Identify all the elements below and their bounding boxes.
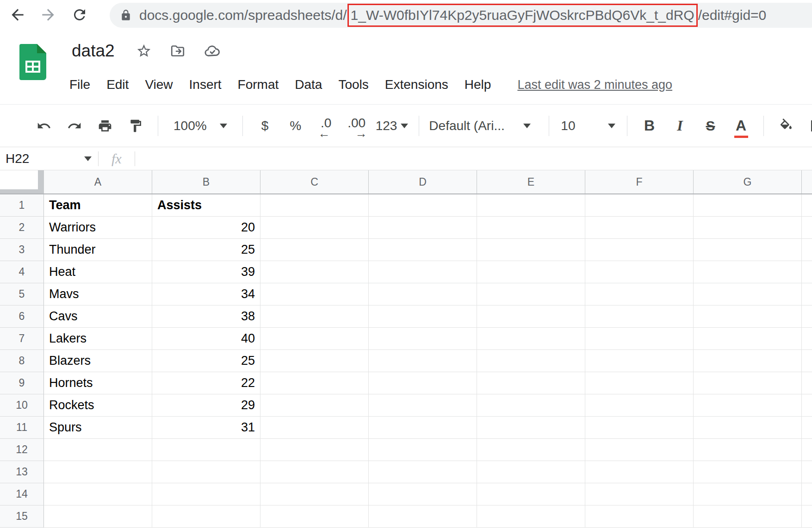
number-format-button[interactable]: 123 bbox=[372, 118, 412, 133]
cell-F5[interactable] bbox=[585, 283, 694, 306]
cell-partial-12[interactable] bbox=[802, 439, 812, 461]
cell-G4[interactable] bbox=[694, 261, 802, 283]
document-title[interactable]: data2 bbox=[72, 41, 115, 61]
name-box[interactable]: H22 bbox=[0, 147, 98, 170]
last-edit-link[interactable]: Last edit was 2 minutes ago bbox=[517, 78, 672, 92]
menu-view[interactable]: View bbox=[145, 75, 173, 95]
cell-A15[interactable] bbox=[44, 505, 152, 528]
menu-insert[interactable]: Insert bbox=[189, 75, 222, 95]
cell-G9[interactable] bbox=[694, 372, 802, 394]
cell-F6[interactable] bbox=[585, 306, 694, 328]
cell-G2[interactable] bbox=[694, 217, 802, 239]
cell-G3[interactable] bbox=[694, 239, 802, 261]
cell-C12[interactable] bbox=[260, 439, 369, 461]
row-header-15[interactable]: 15 bbox=[0, 505, 44, 528]
cell-partial-3[interactable] bbox=[802, 239, 812, 261]
cell-E2[interactable] bbox=[477, 217, 585, 239]
cell-B3[interactable]: 25 bbox=[152, 239, 260, 261]
cell-G6[interactable] bbox=[694, 306, 802, 328]
row-header-11[interactable]: 11 bbox=[0, 417, 44, 439]
column-header-C[interactable]: C bbox=[260, 170, 369, 193]
cell-partial-1[interactable] bbox=[802, 194, 812, 217]
cell-B4[interactable]: 39 bbox=[152, 261, 260, 283]
cell-B11[interactable]: 31 bbox=[152, 417, 260, 439]
cell-C11[interactable] bbox=[260, 417, 369, 439]
cell-E7[interactable] bbox=[477, 328, 585, 350]
cell-partial-14[interactable] bbox=[802, 483, 812, 505]
cell-E11[interactable] bbox=[477, 417, 585, 439]
undo-button[interactable] bbox=[29, 112, 59, 140]
cell-partial-8[interactable] bbox=[802, 350, 812, 372]
cell-B1[interactable]: Assists bbox=[152, 194, 260, 217]
cell-D12[interactable] bbox=[369, 439, 477, 461]
cell-A5[interactable]: Mavs bbox=[44, 283, 152, 306]
cell-D1[interactable] bbox=[369, 194, 477, 217]
increase-decimal-button[interactable]: .00 → bbox=[341, 112, 372, 140]
row-header-13[interactable]: 13 bbox=[0, 461, 44, 483]
cell-A2[interactable]: Warriors bbox=[44, 217, 152, 239]
cell-partial-4[interactable] bbox=[802, 261, 812, 283]
cell-F4[interactable] bbox=[585, 261, 694, 283]
menu-file[interactable]: File bbox=[69, 75, 90, 95]
cell-E12[interactable] bbox=[477, 439, 585, 461]
cell-F7[interactable] bbox=[585, 328, 694, 350]
column-header-E[interactable]: E bbox=[477, 170, 585, 193]
cell-D6[interactable] bbox=[369, 306, 477, 328]
cell-B2[interactable]: 20 bbox=[152, 217, 260, 239]
cell-partial-6[interactable] bbox=[802, 306, 812, 328]
move-folder-icon[interactable] bbox=[169, 43, 186, 59]
cell-E13[interactable] bbox=[477, 461, 585, 483]
cell-D11[interactable] bbox=[369, 417, 477, 439]
cell-C2[interactable] bbox=[260, 217, 369, 239]
borders-button[interactable] bbox=[801, 112, 812, 140]
cell-E15[interactable] bbox=[477, 505, 585, 528]
cell-E6[interactable] bbox=[477, 306, 585, 328]
cell-G5[interactable] bbox=[694, 283, 802, 306]
cell-E4[interactable] bbox=[477, 261, 585, 283]
row-header-10[interactable]: 10 bbox=[0, 394, 44, 417]
column-header-partial[interactable] bbox=[802, 170, 812, 193]
cell-G12[interactable] bbox=[694, 439, 802, 461]
cell-A1[interactable]: Team bbox=[44, 194, 152, 217]
cell-partial-5[interactable] bbox=[802, 283, 812, 306]
cell-A14[interactable] bbox=[44, 483, 152, 505]
row-header-12[interactable]: 12 bbox=[0, 439, 44, 461]
print-button[interactable] bbox=[90, 112, 120, 140]
cell-D2[interactable] bbox=[369, 217, 477, 239]
cell-G8[interactable] bbox=[694, 350, 802, 372]
cell-G15[interactable] bbox=[694, 505, 802, 528]
cell-E1[interactable] bbox=[477, 194, 585, 217]
row-header-3[interactable]: 3 bbox=[0, 239, 44, 261]
row-header-1[interactable]: 1 bbox=[0, 194, 44, 217]
cell-D13[interactable] bbox=[369, 461, 477, 483]
cell-partial-10[interactable] bbox=[802, 394, 812, 417]
cell-F10[interactable] bbox=[585, 394, 694, 417]
cell-B7[interactable]: 40 bbox=[152, 328, 260, 350]
cell-E9[interactable] bbox=[477, 372, 585, 394]
cell-A7[interactable]: Lakers bbox=[44, 328, 152, 350]
cell-F3[interactable] bbox=[585, 239, 694, 261]
cell-A9[interactable]: Hornets bbox=[44, 372, 152, 394]
cell-D7[interactable] bbox=[369, 328, 477, 350]
row-header-4[interactable]: 4 bbox=[0, 261, 44, 283]
cell-C1[interactable] bbox=[260, 194, 369, 217]
row-header-8[interactable]: 8 bbox=[0, 350, 44, 372]
cell-B13[interactable] bbox=[152, 461, 260, 483]
browser-forward-button[interactable] bbox=[37, 4, 59, 26]
cell-E5[interactable] bbox=[477, 283, 585, 306]
cell-B15[interactable] bbox=[152, 505, 260, 528]
cell-C9[interactable] bbox=[260, 372, 369, 394]
font-size-select[interactable]: 10 bbox=[556, 118, 620, 133]
cell-E3[interactable] bbox=[477, 239, 585, 261]
format-currency-button[interactable]: $ bbox=[250, 112, 280, 140]
cell-partial-7[interactable] bbox=[802, 328, 812, 350]
column-header-F[interactable]: F bbox=[585, 170, 694, 193]
cell-partial-15[interactable] bbox=[802, 505, 812, 528]
decrease-decimal-button[interactable]: .0 ← bbox=[311, 112, 341, 140]
select-all-corner[interactable] bbox=[0, 170, 44, 193]
cell-C3[interactable] bbox=[260, 239, 369, 261]
cell-G1[interactable] bbox=[694, 194, 802, 217]
bold-button[interactable]: B bbox=[634, 112, 665, 140]
cell-D5[interactable] bbox=[369, 283, 477, 306]
cell-F8[interactable] bbox=[585, 350, 694, 372]
